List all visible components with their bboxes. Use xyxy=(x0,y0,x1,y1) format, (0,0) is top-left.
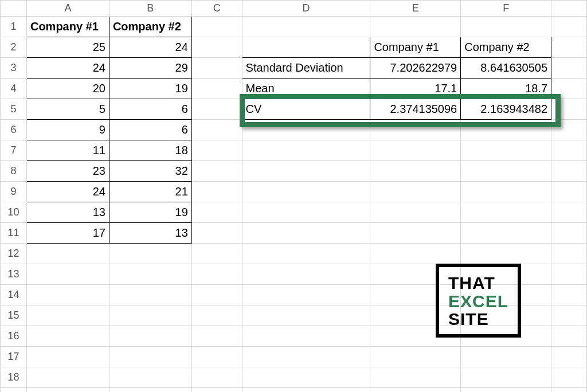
cell-A10[interactable]: 13 xyxy=(26,202,109,223)
cell-C8[interactable] xyxy=(191,161,242,182)
cell-F10[interactable] xyxy=(461,202,551,223)
cell-A13[interactable] xyxy=(26,264,109,285)
cell-A11[interactable]: 17 xyxy=(26,223,109,244)
cell-G1[interactable] xyxy=(551,17,587,37)
cell-G7[interactable] xyxy=(551,140,587,161)
cell-B11[interactable]: 13 xyxy=(109,223,191,244)
col-header-B[interactable]: B xyxy=(109,1,191,17)
cell-G3[interactable] xyxy=(551,58,587,79)
cell-B18[interactable] xyxy=(109,367,191,388)
cell-C11[interactable] xyxy=(191,223,242,244)
cell-F6[interactable] xyxy=(461,120,551,140)
cell-A19[interactable] xyxy=(26,388,109,393)
cell-B19[interactable] xyxy=(109,388,191,393)
row-header-14[interactable]: 14 xyxy=(1,285,27,305)
cell-A17[interactable] xyxy=(26,347,109,367)
cell-A4[interactable]: 20 xyxy=(26,79,109,99)
cell-G10[interactable] xyxy=(551,202,587,223)
cell-D3[interactable]: Standard Deviation xyxy=(242,58,370,79)
row-header-12[interactable]: 12 xyxy=(1,244,27,264)
cell-E8[interactable] xyxy=(370,161,461,182)
cell-F8[interactable] xyxy=(461,161,551,182)
cell-A15[interactable] xyxy=(26,305,109,326)
cell-B7[interactable]: 18 xyxy=(109,140,191,161)
cell-E10[interactable] xyxy=(370,202,461,223)
cell-B2[interactable]: 24 xyxy=(109,37,191,58)
cell-E12[interactable] xyxy=(370,244,461,264)
cell-G9[interactable] xyxy=(551,182,587,202)
cell-A14[interactable] xyxy=(26,285,109,305)
cell-D11[interactable] xyxy=(242,223,370,244)
cell-B17[interactable] xyxy=(109,347,191,367)
cell-E18[interactable] xyxy=(370,367,461,388)
cell-A12[interactable] xyxy=(26,244,109,264)
cell-F18[interactable] xyxy=(461,367,551,388)
cell-C17[interactable] xyxy=(191,347,242,367)
cell-B5[interactable]: 6 xyxy=(109,99,191,120)
cell-A2[interactable]: 25 xyxy=(26,37,109,58)
row-header-10[interactable]: 10 xyxy=(1,202,27,223)
cell-D5[interactable]: CV xyxy=(242,99,370,120)
cell-A5[interactable]: 5 xyxy=(26,99,109,120)
cell-G5[interactable] xyxy=(551,99,587,120)
cell-B10[interactable]: 19 xyxy=(109,202,191,223)
cell-D17[interactable] xyxy=(242,347,370,367)
cell-G11[interactable] xyxy=(551,223,587,244)
cell-B1[interactable]: Company #2 xyxy=(109,17,191,37)
cell-F12[interactable] xyxy=(461,244,551,264)
col-header-A[interactable]: A xyxy=(26,1,109,17)
cell-E7[interactable] xyxy=(370,140,461,161)
cell-B15[interactable] xyxy=(109,305,191,326)
row-header-17[interactable]: 17 xyxy=(1,347,27,367)
cell-C3[interactable] xyxy=(191,58,242,79)
cell-C6[interactable] xyxy=(191,120,242,140)
spreadsheet[interactable]: A B C D E F 1 Company #1 Company #2 2 25… xyxy=(0,0,587,392)
cell-E9[interactable] xyxy=(370,182,461,202)
cell-C19[interactable] xyxy=(191,388,242,393)
cell-C18[interactable] xyxy=(191,367,242,388)
cell-E6[interactable] xyxy=(370,120,461,140)
cell-B4[interactable]: 19 xyxy=(109,79,191,99)
cell-D18[interactable] xyxy=(242,367,370,388)
cell-F5[interactable]: 2.163943482 xyxy=(461,99,551,120)
cell-E11[interactable] xyxy=(370,223,461,244)
cell-A18[interactable] xyxy=(26,367,109,388)
cell-D13[interactable] xyxy=(242,264,370,285)
cell-F4[interactable]: 18.7 xyxy=(461,79,551,99)
row-header-3[interactable]: 3 xyxy=(1,58,27,79)
cell-C14[interactable] xyxy=(191,285,242,305)
cell-D12[interactable] xyxy=(242,244,370,264)
cell-A9[interactable]: 24 xyxy=(26,182,109,202)
cell-C1[interactable] xyxy=(191,17,242,37)
row-header-9[interactable]: 9 xyxy=(1,182,27,202)
cell-C15[interactable] xyxy=(191,305,242,326)
cell-C12[interactable] xyxy=(191,244,242,264)
cell-B3[interactable]: 29 xyxy=(109,58,191,79)
cell-E19[interactable] xyxy=(370,388,461,393)
cell-B12[interactable] xyxy=(109,244,191,264)
cell-G17[interactable] xyxy=(551,347,587,367)
cell-E5[interactable]: 2.374135096 xyxy=(370,99,461,120)
cell-C9[interactable] xyxy=(191,182,242,202)
cell-F7[interactable] xyxy=(461,140,551,161)
cell-G6[interactable] xyxy=(551,120,587,140)
cell-F9[interactable] xyxy=(461,182,551,202)
cell-G4[interactable] xyxy=(551,79,587,99)
row-header-4[interactable]: 4 xyxy=(1,79,27,99)
row-header-18[interactable]: 18 xyxy=(1,367,27,388)
cell-G18[interactable] xyxy=(551,367,587,388)
cell-B8[interactable]: 32 xyxy=(109,161,191,182)
cell-D8[interactable] xyxy=(242,161,370,182)
cell-F19[interactable] xyxy=(461,388,551,393)
row-header-6[interactable]: 6 xyxy=(1,120,27,140)
cell-F3[interactable]: 8.641630505 xyxy=(461,58,551,79)
cell-D14[interactable] xyxy=(242,285,370,305)
cell-D7[interactable] xyxy=(242,140,370,161)
cell-C4[interactable] xyxy=(191,79,242,99)
cell-D10[interactable] xyxy=(242,202,370,223)
cell-D9[interactable] xyxy=(242,182,370,202)
cell-A16[interactable] xyxy=(26,326,109,347)
cell-A7[interactable]: 11 xyxy=(26,140,109,161)
cell-D16[interactable] xyxy=(242,326,370,347)
cell-D1[interactable] xyxy=(242,17,370,37)
